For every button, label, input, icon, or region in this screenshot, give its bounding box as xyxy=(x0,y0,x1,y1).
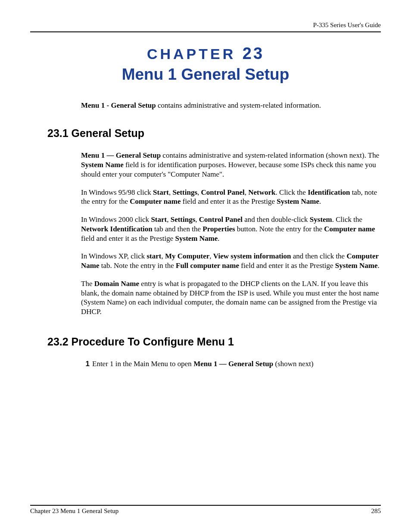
footer-page-number: 285 xyxy=(371,507,381,515)
chapter-title: Menu 1 General Setup xyxy=(30,65,381,84)
page: P-335 Series User's Guide CHAPTER 23 Men… xyxy=(0,0,411,532)
procedure-step-1-text: Enter 1 in the Main Menu to open Menu 1 … xyxy=(92,359,314,369)
footer: Chapter 23 Menu 1 General Setup 285 xyxy=(30,505,381,515)
procedure-step-1: 1 Enter 1 in the Main Menu to open Menu … xyxy=(81,359,381,369)
section-23-2-heading: 23.2 Procedure To Configure Menu 1 xyxy=(47,336,381,348)
header-rule xyxy=(30,31,381,32)
section-23-1-p5: The Domain Name entry is what is propaga… xyxy=(81,279,381,317)
intro-bold: Menu 1 - General Setup xyxy=(81,101,156,109)
procedure-list: 1 Enter 1 in the Main Menu to open Menu … xyxy=(81,359,381,369)
intro-rest: contains administrative and system-relat… xyxy=(156,101,321,109)
footer-row: Chapter 23 Menu 1 General Setup 285 xyxy=(30,507,381,515)
chapter-label-number: 23 xyxy=(243,44,264,62)
procedure-step-1-number: 1 xyxy=(81,359,90,369)
section-23-1-heading: 23.1 General Setup xyxy=(47,127,381,140)
section-23-1-p3: In Windows 2000 click Start, Settings, C… xyxy=(81,215,381,243)
footer-chapter-title: Chapter 23 Menu 1 General Setup xyxy=(30,507,118,515)
chapter-label: CHAPTER 23 xyxy=(30,44,381,63)
chapter-label-word: CHAPTER xyxy=(147,46,236,62)
section-23-1-body: Menu 1 — General Setup contains administ… xyxy=(81,151,381,325)
running-header: P-335 Series User's Guide xyxy=(30,22,381,29)
section-23-1-p2: In Windows 95/98 click Start, Settings, … xyxy=(81,188,381,207)
intro-paragraph: Menu 1 - General Setup contains administ… xyxy=(81,101,381,110)
section-23-1-p1: Menu 1 — General Setup contains administ… xyxy=(81,151,381,179)
section-23-1-p4: In Windows XP, click start, My Computer,… xyxy=(81,252,381,271)
footer-rule xyxy=(30,505,381,506)
